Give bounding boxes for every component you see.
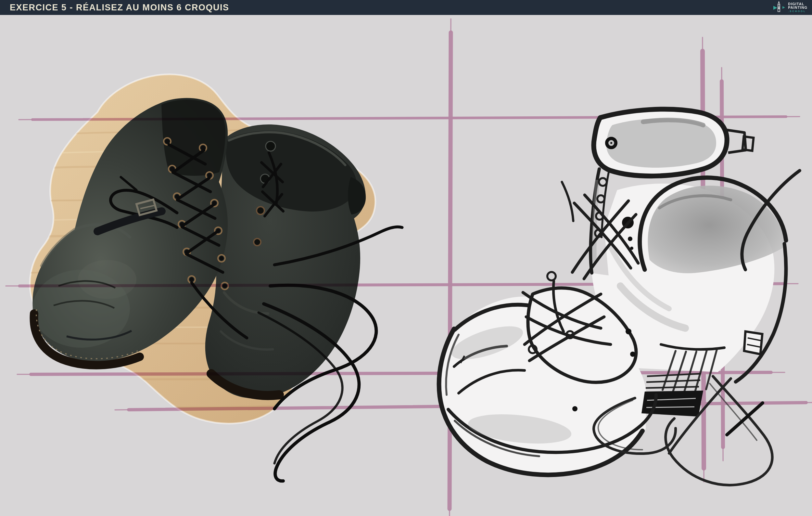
brand-line-3: .SCHOOL: [788, 10, 808, 13]
boots-sketch: [0, 0, 812, 516]
brand-line-2: PAINTING: [788, 6, 808, 9]
slide-canvas: EXERCICE 5 - RÉALISEZ AU MOINS 6 CROQUIS…: [0, 0, 812, 516]
page-title: EXERCICE 5 - RÉALISEZ AU MOINS 6 CROQUIS: [10, 2, 229, 13]
header-bar: EXERCICE 5 - RÉALISEZ AU MOINS 6 CROQUIS…: [0, 0, 812, 15]
pencil-logo-icon: [773, 1, 786, 14]
brand-logo: DIGITAL PAINTING .SCHOOL: [773, 0, 808, 15]
